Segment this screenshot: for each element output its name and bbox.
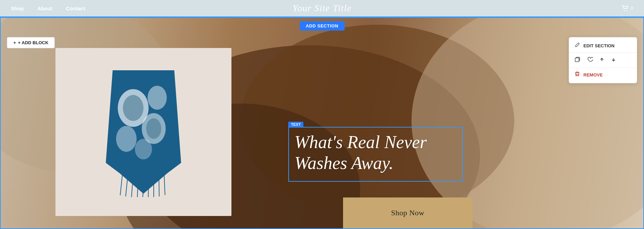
add-section-button[interactable]: ADD SECTION [300,21,344,31]
svg-point-12 [123,95,143,121]
svg-point-9 [116,126,137,152]
text-badge: TEXT [288,122,303,127]
svg-line-19 [148,176,149,197]
cart-button[interactable]: 0 [622,5,633,11]
trash-icon [574,71,580,78]
nav-about[interactable]: About [38,5,52,11]
plus-icon: + [13,40,16,45]
shop-now-button[interactable]: Shop Now [343,197,472,228]
move-down-button[interactable] [611,57,616,64]
headline-text: What's Real Never Washes Away. [294,132,457,174]
svg-line-21 [159,173,159,196]
edit-section-label: EDIT SECTION [583,43,615,48]
add-section-bar: ADD SECTION [300,21,344,31]
headline-box[interactable]: What's Real Never Washes Away. [288,127,463,182]
svg-point-11 [135,139,152,159]
move-up-button[interactable] [599,57,605,64]
svg-point-1 [627,10,628,11]
navigation: Shop About Contact Your Site Title 0 [0,0,644,17]
add-block-label: + ADD BLOCK [18,40,49,45]
nav-links: Shop About Contact [11,5,85,11]
edit-section-button[interactable]: EDIT SECTION [569,39,637,53]
shop-now-label: Shop Now [391,208,425,217]
edit-panel: EDIT SECTION [569,37,637,83]
nav-shop[interactable]: Shop [11,5,24,11]
svg-point-10 [148,86,167,110]
pencil-icon [574,42,580,49]
duplicate-button[interactable] [574,56,581,64]
cart-count: 0 [631,5,633,11]
cart-icon [622,5,629,11]
scarf-svg [99,67,188,197]
main-section: TEXT What's Real Never Washes Away. Shop… [0,17,644,229]
add-block-button[interactable]: + + ADD BLOCK [7,37,55,48]
favorite-button[interactable] [587,56,593,64]
remove-label: REMOVE [583,72,603,77]
product-image-panel [55,48,231,216]
svg-point-13 [146,118,161,139]
scarf-image [99,67,188,197]
svg-rect-23 [575,58,579,62]
edit-icons-row [569,53,637,68]
nav-contact[interactable]: Contact [66,5,85,11]
site-title: Your Site Title [292,3,352,14]
svg-point-0 [624,10,625,11]
remove-button[interactable]: REMOVE [569,68,637,82]
